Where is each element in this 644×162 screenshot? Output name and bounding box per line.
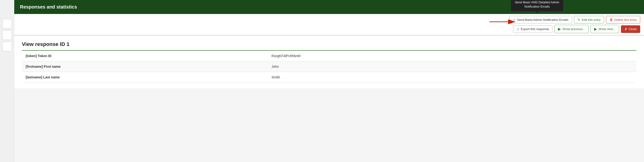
field-label: [lastname] Last name (22, 72, 268, 83)
export-button-label: Export this response (521, 27, 549, 31)
view-response-title: View response ID 1 (22, 41, 636, 51)
prev-icon: ▶ (558, 27, 561, 31)
field-label: [token] Token ID (22, 51, 268, 61)
toolbar-row1: ✓ Send Basic/Admin Notification Emails ✎… (509, 16, 640, 23)
delete-button-label: Delete this entry (614, 18, 637, 21)
field-value: Smith (268, 72, 636, 83)
close-icon: ✗ (624, 27, 627, 31)
table-row: [firstname] First name John (22, 61, 636, 72)
toolbar-row2: ⇩ Export this response ▶ Show previous..… (513, 25, 640, 33)
field-label: [firstname] First name (22, 61, 268, 72)
export-icon: ⇩ (517, 27, 520, 31)
tooltip-text: Send Basic AND Detailed Admin Notificati… (515, 0, 559, 8)
show-previous-button[interactable]: ▶ Show previous... (554, 25, 589, 33)
edit-icon: ✎ (578, 18, 580, 21)
show-next-button[interactable]: ▶ Show next... (590, 25, 619, 33)
sidebar-tab-3[interactable] (2, 42, 12, 51)
arrow-indicator (490, 18, 518, 25)
trash-icon: 🗑 (610, 18, 613, 21)
left-sidebar (0, 0, 14, 88)
response-data-table: [token] Token ID RszgKF4tPcRhknM [firstn… (22, 51, 636, 83)
table-row: [lastname] Last name Smith (22, 72, 636, 83)
edit-button-label: Edit this entry (582, 18, 600, 21)
toolbar-area: Send Basic AND Detailed Admin Notificati… (14, 14, 644, 36)
delete-entry-button[interactable]: 🗑 Delete this entry (606, 16, 640, 23)
next-icon: ▶ (594, 27, 597, 31)
field-value: RszgKF4tPcRhknM (268, 51, 636, 61)
send-notification-button[interactable]: ✓ Send Basic/Admin Notification Emails (509, 16, 572, 23)
next-button-label: Show next... (598, 27, 616, 31)
sidebar-tab-1[interactable] (2, 19, 12, 28)
close-button-label: Close (629, 27, 637, 31)
send-button-label: Send Basic/Admin Notification Emails (517, 18, 569, 21)
main-content: View response ID 1 [token] Token ID Rszg… (14, 36, 644, 88)
tooltip-box: Send Basic AND Detailed Admin Notificati… (511, 0, 563, 11)
table-row: [token] Token ID RszgKF4tPcRhknM (22, 51, 636, 61)
sidebar-tab-2[interactable] (2, 30, 12, 40)
export-response-button[interactable]: ⇩ Export this response (513, 25, 553, 33)
edit-entry-button[interactable]: ✎ Edit this entry (574, 16, 604, 23)
close-button[interactable]: ✗ Close (621, 25, 640, 33)
prev-button-label: Show previous... (562, 27, 585, 31)
field-value: John (268, 61, 636, 72)
page-title: Responses and statistics (20, 4, 77, 9)
